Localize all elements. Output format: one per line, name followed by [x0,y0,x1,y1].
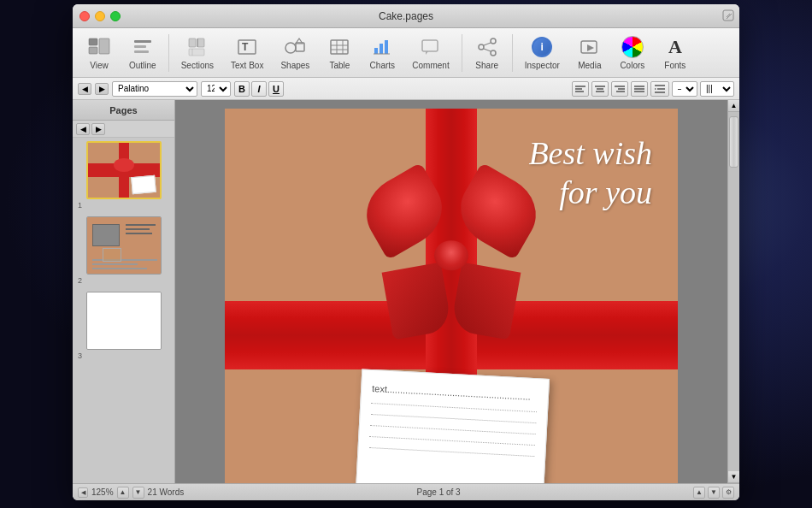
title-bar: Cake.pages [73,4,739,28]
sections-label: Sections [181,61,214,70]
charts-button[interactable]: Charts [362,32,402,74]
format-bar: ◀ ▶ Palatino 12 B I U [73,78,739,100]
scrollbar-track[interactable] [728,112,739,471]
maximize-button[interactable] [110,11,121,21]
comment-label: Comment [412,61,449,70]
format-bar-right: — ||| [572,81,734,97]
svg-marker-36 [587,44,594,51]
comment-icon [418,35,444,59]
svg-rect-8 [134,50,149,53]
fonts-label: Fonts [664,61,685,70]
divider-3 [512,34,513,72]
page-thumb-2[interactable]: 2 [76,216,171,285]
line-spacing-select[interactable]: — [672,81,697,97]
canvas-area[interactable]: Best wish for you text..................… [175,100,727,483]
page-number-1: 1 [76,201,171,210]
outline-icon [130,35,156,59]
bow [349,168,554,340]
underline-button[interactable]: U [268,81,284,97]
note-line-4 [369,436,535,446]
word-count: 21 Words [148,487,185,497]
textbox-label: Text Box [231,61,263,70]
charts-label: Charts [370,61,395,70]
justify-button[interactable] [631,81,648,97]
nav-up-button[interactable]: ▲ [693,487,705,499]
scroll-up-arrow[interactable]: ▲ [728,100,739,112]
svg-point-30 [491,38,496,44]
media-button[interactable]: Media [570,32,609,74]
media-label: Media [578,61,601,70]
fonts-icon: A [662,35,688,59]
view-label: View [90,61,109,70]
svg-marker-52 [655,88,656,90]
shapes-button[interactable]: Shapes [274,32,316,74]
font-size-select[interactable]: 12 [201,81,231,97]
thumb1-content [88,143,160,198]
outline-button[interactable]: Outline [122,32,163,74]
share-button[interactable]: Share [468,32,507,74]
sections-button[interactable]: Sections [174,32,221,74]
svg-rect-6 [134,40,151,43]
colors-button[interactable]: Colors [613,32,652,74]
note-line-3 [370,425,536,434]
table-button[interactable]: Table [320,32,359,74]
inspector-button[interactable]: i Inspector [518,32,567,74]
page-thumb-frame-3 [86,292,162,350]
bold-button[interactable]: B [234,81,250,97]
media-icon [577,35,603,59]
toolbar: View Outline [73,28,739,78]
scrollbar-thumb[interactable] [729,116,738,168]
minimize-button[interactable] [95,11,105,21]
nav-down-button[interactable]: ▼ [708,487,720,499]
inspector-label: Inspector [525,61,560,70]
scroll-down-arrow[interactable]: ▼ [728,471,739,483]
align-center-button[interactable] [591,81,609,97]
back-arrow[interactable]: ◀ [78,83,91,95]
note-line-2 [371,414,537,423]
scrollbar-vertical[interactable]: ▲ ▼ [727,100,739,483]
zoom-down-button[interactable]: ▼ [132,487,144,499]
comment-button[interactable]: Comment [405,32,456,74]
main-window: Cake.pages View [73,4,739,500]
sections-icon [185,35,210,59]
svg-rect-25 [380,44,383,54]
svg-rect-9 [189,38,196,47]
indent-button[interactable] [650,81,669,97]
status-bar: ◀ 125% ▲ ▼ 21 Words Page 1 of 3 ▲ ▼ ⚙ [73,483,739,500]
svg-rect-7 [134,45,146,48]
col-spacing-select[interactable]: ||| [700,81,734,97]
page-number-3: 3 [76,351,171,360]
sidebar-back[interactable]: ◀ [76,123,90,135]
settings-button[interactable]: ⚙ [722,487,734,499]
fonts-button[interactable]: A Fonts [656,32,695,74]
share-icon [474,35,500,59]
colors-label: Colors [620,61,644,70]
font-select[interactable]: Palatino [112,81,197,97]
svg-line-34 [484,49,491,51]
zoom-up-button[interactable]: ▲ [117,487,129,499]
svg-line-33 [484,43,491,45]
svg-rect-24 [374,48,378,54]
page-info: Page 1 of 3 [187,487,690,497]
svg-rect-4 [89,47,97,54]
forward-arrow[interactable]: ▶ [95,83,109,95]
view-button[interactable]: View [79,32,119,74]
textbox-button[interactable]: T Text Box [224,32,270,74]
note-line-5 [369,447,535,457]
close-button[interactable] [79,11,90,21]
align-right-button[interactable] [611,81,628,97]
page-thumb-1[interactable]: 1 [76,141,171,210]
italic-button[interactable]: I [251,81,267,97]
scroll-left-indicator[interactable]: ◀ [78,487,88,498]
sidebar-forward[interactable]: ▶ [91,123,105,135]
resize-icon[interactable] [722,9,734,21]
svg-point-32 [491,50,496,56]
window-title: Cake.pages [379,10,433,22]
share-label: Share [475,61,498,70]
align-left-button[interactable] [572,81,589,97]
svg-point-31 [479,44,484,50]
sidebar-header: Pages [73,100,174,121]
note-card[interactable]: text....................................… [353,369,550,483]
page-thumb-3[interactable]: 3 [76,292,171,360]
svg-rect-28 [422,40,438,51]
